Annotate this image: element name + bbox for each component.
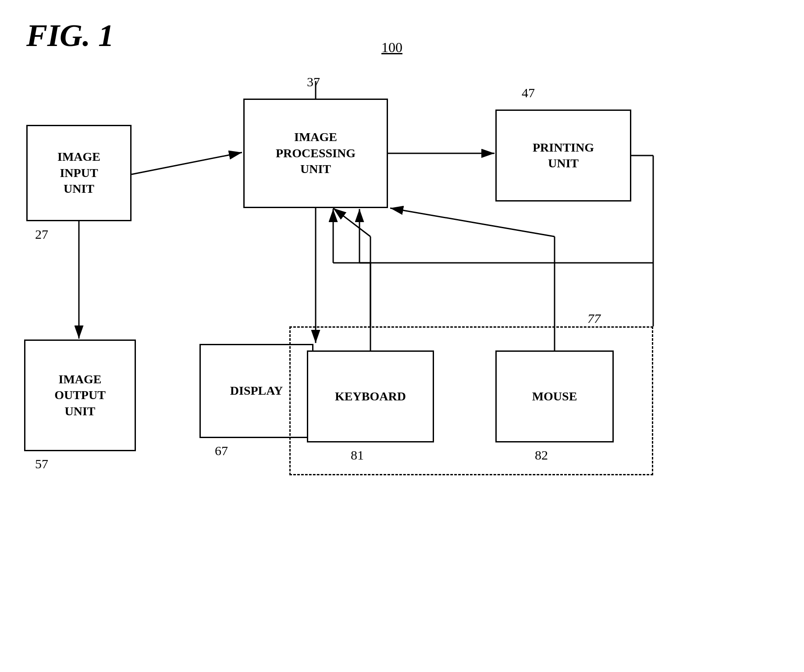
image-processing-unit-box: IMAGEPROCESSINGUNIT	[243, 99, 388, 208]
printing-unit-box: PRINTINGUNIT	[495, 110, 631, 202]
ref-37: 37	[307, 74, 320, 89]
ref-77: 77	[587, 311, 601, 326]
ref-47: 47	[522, 85, 535, 100]
system-ref: 100	[381, 39, 402, 56]
image-output-unit-box: IMAGEOUTPUTUNIT	[24, 340, 136, 451]
figure-title: FIG. 1	[26, 18, 114, 54]
ref-82: 82	[535, 448, 548, 463]
svg-line-10	[390, 208, 555, 237]
keyboard-box: KEYBOARD	[307, 350, 434, 442]
image-input-unit-box: IMAGEINPUTUNIT	[26, 125, 132, 221]
mouse-box: MOUSE	[495, 350, 614, 442]
ref-67: 67	[215, 443, 228, 458]
svg-line-2	[132, 152, 242, 174]
page-container: FIG. 1 100 IMAGEINPUTUNIT 27 IMAGEPROCES…	[0, 0, 804, 672]
ref-27: 27	[35, 227, 48, 242]
ref-57: 57	[35, 456, 48, 471]
svg-line-8	[333, 208, 370, 237]
ref-81: 81	[351, 448, 364, 463]
